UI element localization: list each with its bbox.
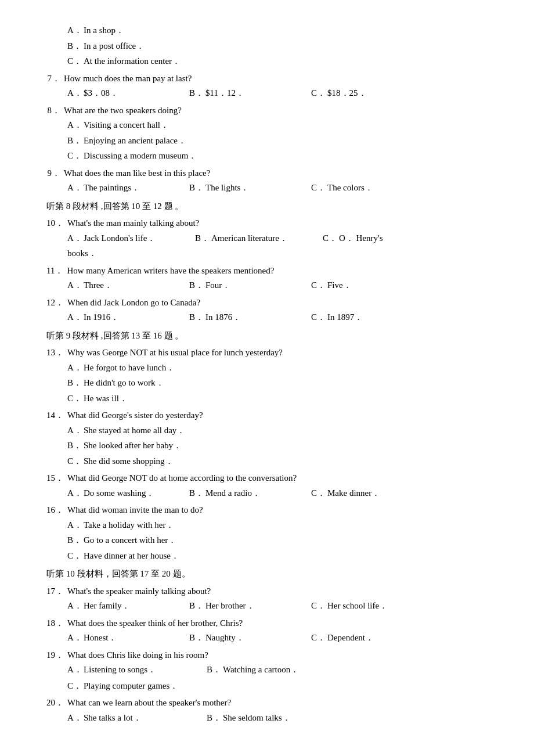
opt-18c-text: Dependent．	[327, 631, 433, 646]
opt-19c-text: Playing computer games．	[84, 679, 499, 694]
opt-14a-label: A．	[67, 423, 84, 438]
q20-num: 20．	[46, 696, 67, 711]
opt-15c-label: C．	[311, 486, 327, 501]
opt-14a-text: She stayed at home all day．	[84, 423, 499, 438]
question-8: 8． What are the two speakers doing? A． V…	[46, 103, 499, 164]
opt-15c-text: Make dinner．	[327, 486, 433, 501]
opt-6c-label: C．	[67, 54, 84, 69]
opt-16a-label: A．	[67, 518, 84, 533]
opt-6a-text: In a shop．	[84, 23, 499, 38]
opt-20a-label: A．	[67, 711, 84, 726]
opt-9c-label: C．	[311, 181, 327, 196]
q19-num: 19．	[46, 648, 67, 663]
opt-13c-label: C．	[67, 391, 84, 406]
opt-7c-label: C．	[311, 86, 327, 101]
opt-19b-text: Watching a cartoon．	[223, 663, 346, 678]
q12-text: When did Jack London go to Canada?	[67, 296, 499, 311]
q17-text: What's the speaker mainly talking about?	[67, 584, 499, 599]
q13-text: Why was George NOT at his usual place fo…	[67, 345, 499, 361]
q8-num: 8．	[46, 103, 64, 118]
opt-17a-text: Her family．	[84, 599, 189, 614]
q16-num: 16．	[46, 503, 67, 518]
q18-num: 18．	[46, 616, 67, 631]
opt-20b-label: B．	[207, 711, 223, 726]
q13-num: 13．	[46, 345, 67, 361]
opt-9b-label: B．	[189, 181, 205, 196]
opt-9a-label: A．	[67, 181, 84, 196]
opt-14b-label: B．	[67, 438, 84, 453]
opt-18c-label: C．	[311, 631, 327, 646]
opt-6c-text: At the information center．	[84, 54, 499, 69]
opt-7c-text: $18．25．	[327, 86, 433, 101]
opt-16a-text: Take a holiday with her．	[84, 518, 499, 533]
question-13: 13． Why was George NOT at his usual plac…	[46, 345, 499, 406]
question-6-options: A． In a shop． B． In a post office． C． At…	[46, 23, 499, 69]
opt-13b-text: He didn't go to work．	[84, 376, 499, 391]
q17-num: 17．	[46, 584, 67, 599]
opt-15b-text: Mend a radio．	[205, 486, 311, 501]
q9-num: 9．	[46, 166, 64, 181]
opt-12b-text: In 1876．	[205, 310, 311, 325]
question-17: 17． What's the speaker mainly talking ab…	[46, 584, 499, 614]
opt-11c-text: Five．	[327, 278, 433, 293]
opt-12a-text: In 1916．	[84, 310, 189, 325]
opt-15b-label: B．	[189, 486, 205, 501]
opt-14c-text: She did some shopping．	[84, 454, 499, 469]
opt-16c-text: Have dinner at her house．	[84, 549, 499, 564]
section-9-header: 听第 9 段材料 ,回答第 13 至 16 题 。	[46, 329, 499, 344]
opt-12c-label: C．	[311, 310, 327, 325]
exam-content: A． In a shop． B． In a post office． C． At…	[46, 23, 499, 725]
opt-7b-text: $11．12．	[205, 86, 311, 101]
opt-9c-text: The colors．	[327, 181, 433, 196]
opt-8b-label: B．	[67, 134, 84, 149]
opt-18b-text: Naughty．	[205, 631, 311, 646]
opt-13a-text: He forgot to have lunch．	[84, 361, 499, 376]
question-20: 20． What can we learn about the speaker'…	[46, 696, 499, 725]
opt-19c-label: C．	[67, 679, 84, 694]
opt-16b-text: Go to a concert with her．	[84, 533, 499, 548]
q10-text: What's the man mainly talking about?	[67, 216, 499, 231]
opt-6b-text: In a post office．	[84, 39, 499, 54]
opt-8c-label: C．	[67, 149, 84, 164]
opt-17c-label: C．	[311, 599, 327, 614]
opt-7b-label: B．	[189, 86, 205, 101]
question-7: 7． How much does the man pay at last? A．…	[46, 71, 499, 101]
opt-14c-label: C．	[67, 454, 84, 469]
opt-15a-label: A．	[67, 486, 84, 501]
section-10-header: 听第 10 段材料，回答第 17 至 20 题。	[46, 567, 499, 582]
opt-15a-text: Do some washing．	[84, 486, 189, 501]
opt-12c-text: In 1897．	[327, 310, 433, 325]
opt-17c-text: Her school life．	[327, 599, 433, 614]
opt-6a-label: A．	[67, 23, 84, 38]
q15-num: 15．	[46, 471, 67, 486]
opt-18a-label: A．	[67, 631, 84, 646]
opt-18a-text: Honest．	[84, 631, 189, 646]
q7-num: 7．	[46, 71, 64, 87]
opt-8a-text: Visiting a concert hall．	[84, 118, 499, 133]
opt-10a-text: Jack London's life．	[84, 231, 195, 246]
q12-num: 12．	[46, 296, 67, 311]
opt-6b-label: B．	[67, 39, 84, 54]
q11-num: 11．	[46, 264, 67, 279]
opt-20b-text: She seldom talks．	[223, 711, 346, 726]
opt-17a-label: A．	[67, 599, 84, 614]
opt-10c-text: O． Henry's	[339, 231, 445, 246]
q8-text: What are the two speakers doing?	[64, 103, 499, 118]
q14-text: What did George's sister do yesterday?	[67, 408, 499, 423]
opt-12b-label: B．	[189, 310, 205, 325]
opt-13c-text: He was ill．	[84, 391, 499, 406]
question-15: 15． What did George NOT do at home accor…	[46, 471, 499, 501]
opt-10c-continuation: books．	[67, 246, 97, 261]
opt-19a-label: A．	[67, 663, 84, 678]
opt-20a-text: She talks a lot．	[84, 711, 207, 726]
opt-8a-label: A．	[67, 118, 84, 133]
q11-text: How many American writers have the speak…	[67, 264, 499, 279]
opt-11b-text: Four．	[205, 278, 311, 293]
opt-10b-label: B．	[195, 231, 211, 246]
opt-8c-text: Discussing a modern museum．	[84, 149, 499, 164]
q10-num: 10．	[46, 216, 67, 231]
opt-18b-label: B．	[189, 631, 205, 646]
opt-9b-text: The lights．	[205, 181, 311, 196]
opt-13b-label: B．	[67, 376, 84, 391]
question-19: 19． What does Chris like doing in his ro…	[46, 648, 499, 694]
